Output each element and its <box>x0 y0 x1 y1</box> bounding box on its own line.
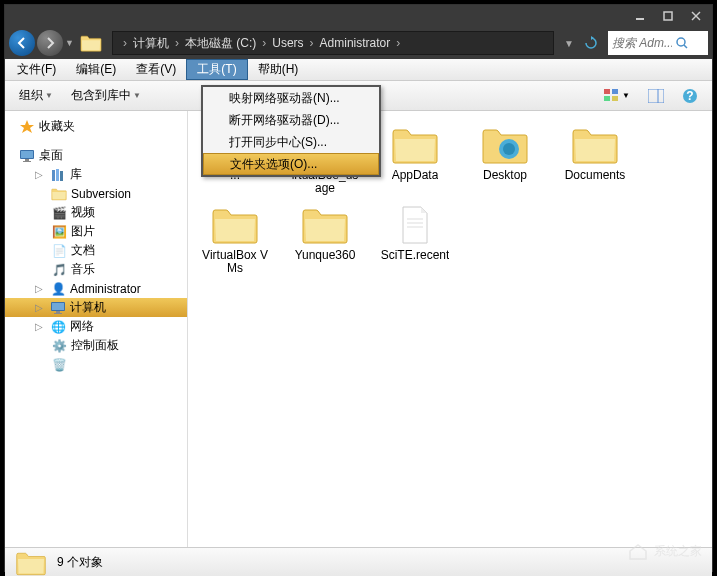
search-box[interactable] <box>608 31 708 55</box>
back-button[interactable] <box>9 30 35 56</box>
refresh-button[interactable] <box>580 32 602 54</box>
sidebar-subversion[interactable]: Subversion <box>5 184 187 203</box>
file-icon <box>569 123 621 167</box>
svg-rect-20 <box>604 96 610 101</box>
sidebar-libraries[interactable]: ▷库 <box>5 165 187 184</box>
menu-file[interactable]: 文件(F) <box>7 59 66 80</box>
file-item[interactable]: Desktop <box>468 121 542 197</box>
tool-include-library[interactable]: 包含到库中 ▼ <box>65 85 147 106</box>
sidebar: 收藏夹 桌面 ▷库 Subversion 🎬视频 🖼️图片 📄文档 🎵音乐 ▷👤… <box>5 111 188 547</box>
file-icon <box>479 123 531 167</box>
maximize-button[interactable] <box>654 7 682 25</box>
menu-tools[interactable]: 工具(T) <box>186 59 247 80</box>
crumb-users[interactable]: Users <box>270 36 305 50</box>
breadcrumb[interactable]: › 计算机 › 本地磁盘 (C:) › Users › Administrato… <box>112 31 554 55</box>
menu-edit[interactable]: 编辑(E) <box>66 59 126 80</box>
minimize-button[interactable] <box>626 7 654 25</box>
sidebar-desktop[interactable]: 桌面 <box>5 146 187 165</box>
svg-rect-13 <box>664 12 672 20</box>
close-button[interactable] <box>682 7 710 25</box>
menu-help[interactable]: 帮助(H) <box>248 59 309 80</box>
forward-button[interactable] <box>37 30 63 56</box>
svg-rect-18 <box>604 89 610 94</box>
statusbar: 9 个对象 <box>5 547 712 576</box>
file-icon <box>299 203 351 247</box>
file-item[interactable]: Yunque360 <box>288 201 362 277</box>
tool-organize[interactable]: 组织 ▼ <box>13 85 59 106</box>
file-icon <box>209 203 261 247</box>
file-label: Documents <box>565 169 626 182</box>
dropdown-disconnect-drive[interactable]: 断开网络驱动器(D)... <box>203 109 379 131</box>
crumb-drive[interactable]: 本地磁盘 (C:) <box>183 35 258 52</box>
sidebar-music[interactable]: 🎵音乐 <box>5 260 187 279</box>
svg-rect-22 <box>648 89 664 103</box>
file-item[interactable]: VirtualBox VMs <box>198 201 272 277</box>
navbar: ▼ › 计算机 › 本地磁盘 (C:) › Users › Administra… <box>5 27 712 59</box>
crumb-computer[interactable]: 计算机 <box>131 35 171 52</box>
file-label: VirtualBox VMs <box>200 249 270 275</box>
dropdown-folder-options[interactable]: 文件夹选项(O)... <box>203 153 379 175</box>
tool-help[interactable]: ? <box>676 86 704 106</box>
file-label: AppData <box>392 169 439 182</box>
tools-dropdown: 映射网络驱动器(N)... 断开网络驱动器(D)... 打开同步中心(S)...… <box>201 85 381 177</box>
svg-rect-19 <box>612 89 618 94</box>
svg-line-17 <box>684 45 687 48</box>
dropdown-sync-center[interactable]: 打开同步中心(S)... <box>203 131 379 153</box>
svg-rect-21 <box>612 96 618 101</box>
sidebar-network[interactable]: ▷🌐网络 <box>5 317 187 336</box>
file-label: Yunque360 <box>295 249 356 262</box>
file-item[interactable]: Documents <box>558 121 632 197</box>
file-label: SciTE.recent <box>381 249 450 262</box>
sidebar-pictures[interactable]: 🖼️图片 <box>5 222 187 241</box>
file-item[interactable]: AppData <box>378 121 452 197</box>
tool-view-icons[interactable]: ▼ <box>598 87 636 105</box>
search-input[interactable] <box>612 36 672 50</box>
file-item[interactable]: SciTE.recent <box>378 201 452 277</box>
menu-view[interactable]: 查看(V) <box>126 59 186 80</box>
search-icon <box>676 37 688 49</box>
svg-text:?: ? <box>686 89 693 103</box>
sidebar-favorites[interactable]: 收藏夹 <box>5 117 187 136</box>
watermark: 系统之家 <box>626 541 702 561</box>
sidebar-administrator[interactable]: ▷👤Administrator <box>5 279 187 298</box>
file-icon <box>389 123 441 167</box>
sidebar-documents[interactable]: 📄文档 <box>5 241 187 260</box>
sidebar-computer[interactable]: ▷计算机 <box>5 298 187 317</box>
file-label: Desktop <box>483 169 527 182</box>
file-icon <box>389 203 441 247</box>
menubar: 文件(F) 编辑(E) 查看(V) 工具(T) 帮助(H) <box>5 59 712 81</box>
sidebar-recycle[interactable]: 🗑️ <box>5 355 187 374</box>
svg-point-16 <box>677 38 685 46</box>
dropdown-map-drive[interactable]: 映射网络驱动器(N)... <box>203 87 379 109</box>
sidebar-control-panel[interactable]: ⚙️控制面板 <box>5 336 187 355</box>
folder-icon <box>80 33 102 53</box>
status-count: 9 个对象 <box>57 554 103 571</box>
status-folder-icon <box>15 550 47 576</box>
tool-preview-pane[interactable] <box>642 87 670 105</box>
sidebar-videos[interactable]: 🎬视频 <box>5 203 187 222</box>
titlebar <box>5 5 712 27</box>
crumb-admin[interactable]: Administrator <box>318 36 393 50</box>
